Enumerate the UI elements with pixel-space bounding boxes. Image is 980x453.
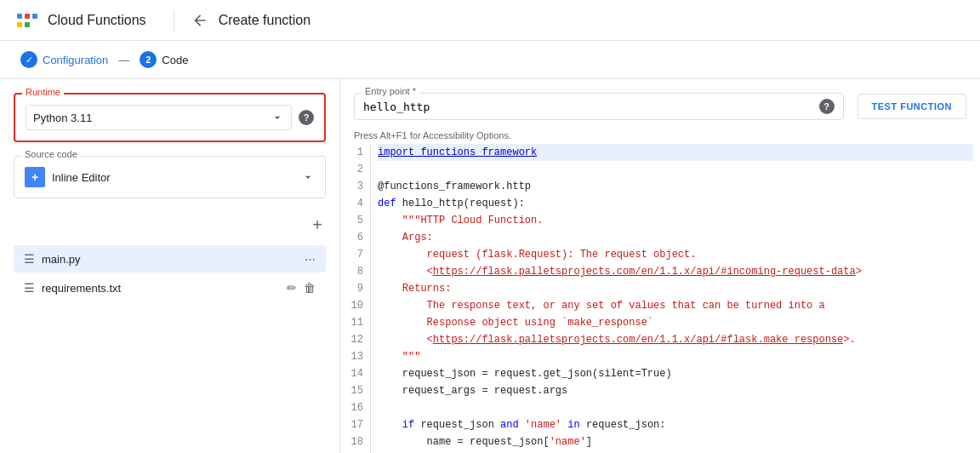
runtime-value: Python 3.11 (33, 112, 92, 124)
runtime-dropdown[interactable]: Python 3.11 (26, 105, 292, 130)
ln-2: 2 (347, 161, 363, 178)
accessibility-hint: Press Alt+F1 for Accessibility Options. (340, 127, 980, 144)
svg-rect-0 (14, 7, 41, 34)
step1-label: Configuration (43, 54, 108, 66)
code-line-18: name = request_json['name'] (378, 433, 973, 450)
file-name-main-py: main.py (42, 253, 298, 266)
file-icon-main-py: ☰ (24, 252, 35, 266)
file-icon-requirements: ☰ (24, 281, 35, 295)
entry-help-icon[interactable]: ? (819, 99, 835, 114)
ln-1: 1 (347, 144, 363, 161)
logo-area: Cloud Functions (14, 7, 146, 34)
source-dropdown[interactable]: Inline Editor (52, 170, 315, 184)
entry-point-input[interactable] (363, 100, 812, 113)
source-section: Source code + Inline Editor (14, 156, 326, 198)
ln-15: 15 (347, 382, 363, 399)
source-option: Inline Editor (52, 171, 111, 184)
line-numbers: 1 2 3 4 5 6 7 8 9 10 11 12 13 14 15 16 1… (340, 144, 371, 453)
right-panel: Entry point * ? TEST FUNCTION Press Alt+… (340, 79, 980, 453)
code-line-6: Args: (378, 229, 973, 246)
ln-11: 11 (347, 314, 363, 331)
runtime-row: Python 3.11 ? (26, 105, 314, 130)
runtime-help-icon[interactable]: ? (299, 110, 314, 125)
entry-row: ? (363, 99, 835, 114)
code-line-8: <https://flask.palletsprojects.com/en/1.… (378, 263, 973, 280)
file-actions-requirements: ✏ 🗑 (287, 281, 316, 295)
code-line-10: The response text, or any set of values … (378, 297, 973, 314)
cloud-functions-logo (14, 7, 41, 34)
back-button[interactable] (188, 9, 212, 32)
code-line-15: request_args = request.args (378, 382, 973, 399)
code-line-16 (378, 399, 973, 416)
code-line-11: Response object using `make_response` (378, 314, 973, 331)
step2-label: Code (162, 54, 188, 66)
step1-check-icon: ✓ (20, 51, 37, 68)
inline-editor-icon: + (25, 167, 45, 187)
delete-requirements-icon[interactable]: 🗑 (304, 281, 316, 295)
file-actions-main-py: ⋯ (305, 253, 316, 266)
file-item-main-py[interactable]: ☰ main.py ⋯ (14, 245, 326, 272)
code-line-17: if request_json and 'name' in request_js… (378, 416, 973, 433)
right-top-bar: Entry point * ? TEST FUNCTION (340, 79, 980, 127)
file-name-requirements: requirements.txt (42, 282, 280, 295)
svg-rect-4 (25, 22, 30, 27)
file-list: ☰ main.py ⋯ ☰ requirements.txt ✏ 🗑 (14, 245, 326, 301)
ln-10: 10 (347, 297, 363, 314)
code-line-2 (378, 161, 973, 178)
main-content: Runtime Python 3.11 ? Source code + Inli… (0, 79, 980, 453)
app-title: Cloud Functions (48, 13, 146, 28)
ln-18: 18 (347, 433, 363, 450)
code-content: import functions_framework @functions_fr… (371, 144, 980, 453)
source-row: + Inline Editor (25, 167, 315, 187)
runtime-label: Runtime (22, 87, 64, 97)
ln-4: 4 (347, 195, 363, 212)
header-divider (174, 10, 174, 31)
test-function-button[interactable]: TEST FUNCTION (858, 94, 967, 119)
ln-16: 16 (347, 399, 363, 416)
code-line-9: Returns: (378, 280, 973, 297)
code-editor[interactable]: 1 2 3 4 5 6 7 8 9 10 11 12 13 14 15 16 1… (340, 144, 980, 453)
more-options-main-py[interactable]: ⋯ (305, 253, 316, 266)
left-panel: Runtime Python 3.11 ? Source code + Inli… (0, 79, 340, 453)
svg-rect-2 (25, 14, 30, 19)
code-line-4: def hello_http(request): (378, 195, 973, 212)
svg-rect-1 (17, 14, 22, 19)
step2-number: 2 (140, 51, 157, 68)
svg-rect-5 (32, 14, 37, 19)
ln-14: 14 (347, 365, 363, 382)
code-line-5: """HTTP Cloud Function. (378, 212, 973, 229)
file-item-requirements[interactable]: ☰ requirements.txt ✏ 🗑 (14, 274, 326, 301)
ln-12: 12 (347, 331, 363, 348)
edit-requirements-icon[interactable]: ✏ (287, 281, 297, 295)
entry-point-section: Entry point * ? (354, 93, 844, 120)
app-header: Cloud Functions Create function (0, 0, 980, 41)
code-line-14: request_json = request.get_json(silent=T… (378, 365, 973, 382)
step-configuration: ✓ Configuration (20, 51, 108, 68)
code-line-13: """ (378, 348, 973, 365)
ln-17: 17 (347, 416, 363, 433)
add-file-row: + (14, 212, 326, 238)
svg-rect-3 (17, 22, 22, 27)
code-line-12: <https://flask.palletsprojects.com/en/1.… (378, 331, 973, 348)
code-line-1: import functions_framework (378, 144, 973, 161)
code-line-7: request (flask.Request): The request obj… (378, 246, 973, 263)
code-line-3: @functions_framework.http (378, 178, 973, 195)
ln-3: 3 (347, 178, 363, 195)
entry-point-label: Entry point * (362, 86, 419, 96)
ln-7: 7 (347, 246, 363, 263)
ln-5: 5 (347, 212, 363, 229)
ln-9: 9 (347, 280, 363, 297)
source-label: Source code (21, 149, 81, 159)
step-separator: — (118, 54, 129, 66)
ln-13: 13 (347, 348, 363, 365)
runtime-section: Runtime Python 3.11 ? (14, 93, 326, 142)
ln-6: 6 (347, 229, 363, 246)
add-file-button[interactable]: + (309, 212, 326, 238)
ln-8: 8 (347, 263, 363, 280)
page-title: Create function (219, 13, 311, 28)
step-code: 2 Code (140, 51, 188, 68)
steps-bar: ✓ Configuration — 2 Code (0, 41, 980, 79)
